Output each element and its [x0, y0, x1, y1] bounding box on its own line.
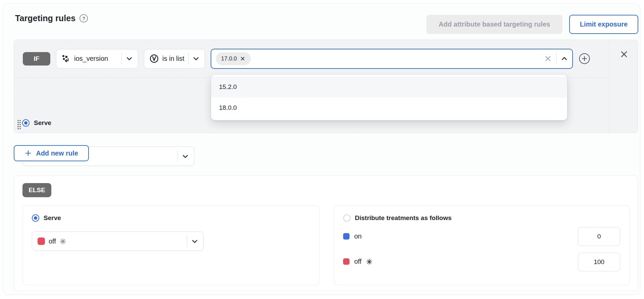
delete-rule-icon[interactable]: [619, 49, 629, 59]
chevron-down-icon[interactable]: [192, 55, 200, 62]
add-new-rule-button[interactable]: Add new rule: [14, 145, 89, 161]
select-divider: [177, 151, 178, 162]
serve-radio-row: Serve: [22, 119, 51, 127]
rule-condition-row: IF ios_version: [14, 40, 610, 78]
default-treatment-value: off: [49, 238, 56, 245]
attribute-select-value: ios_version: [74, 55, 118, 62]
default-rule-card: ELSE Serve off: [14, 175, 638, 291]
plus-icon: [24, 150, 32, 157]
version-matcher-icon: [150, 54, 159, 63]
distribute-off-label: off: [354, 258, 362, 265]
default-serve-radio-row: Serve: [32, 214, 61, 222]
add-attribute-rules-button[interactable]: Add attribute based targeting rules: [426, 15, 562, 34]
chevron-up-icon[interactable]: [560, 55, 568, 62]
percent-input-on[interactable]: [578, 227, 620, 246]
percent-input-off[interactable]: [578, 253, 620, 271]
distribute-radio-row: Distribute treatments as follows: [343, 214, 451, 222]
values-multiselect-input[interactable]: 17.0.0: [211, 49, 573, 69]
select-divider: [188, 53, 189, 65]
page-title: Targeting rules: [15, 13, 75, 23]
page-title-row: Targeting rules ?: [15, 13, 88, 23]
distribute-label: Distribute treatments as follows: [355, 214, 451, 222]
default-treatment-select[interactable]: off: [32, 231, 204, 251]
default-serve-radio[interactable]: [32, 214, 39, 222]
dropdown-option[interactable]: 15.2.0: [211, 77, 567, 97]
select-divider: [121, 53, 122, 65]
chevron-down-icon[interactable]: [181, 153, 189, 160]
add-condition-icon[interactable]: [579, 53, 590, 65]
targeting-rules-page: Targeting rules ? Add attribute based ta…: [0, 0, 644, 299]
distribute-radio[interactable]: [343, 214, 351, 222]
default-serve-panel: Serve off: [22, 205, 320, 285]
value-chip-label: 17.0.0: [221, 55, 237, 62]
matcher-select-value: is in list: [162, 55, 184, 62]
select-divider: [187, 236, 187, 247]
attribute-icon: [62, 54, 70, 63]
treatment-off-swatch: [343, 258, 350, 265]
dropdown-option[interactable]: 18.0.0: [211, 97, 567, 118]
distribute-on-label: on: [354, 232, 362, 240]
chip-remove-icon[interactable]: [240, 56, 246, 61]
select-divider: [556, 53, 556, 65]
else-badge: ELSE: [22, 183, 51, 197]
drag-handle-icon[interactable]: [17, 119, 21, 130]
default-treatment-asterisk-icon: [366, 259, 372, 265]
targeting-rules-panel: Targeting rules ? Add attribute based ta…: [3, 3, 640, 295]
help-icon[interactable]: ?: [79, 14, 88, 23]
default-treatment-asterisk-icon: [60, 238, 66, 245]
clear-values-icon[interactable]: [544, 54, 552, 63]
default-serve-label: Serve: [44, 214, 61, 222]
matcher-select[interactable]: is in list: [144, 49, 205, 69]
attribute-select[interactable]: ios_version: [56, 49, 138, 69]
distribute-row-on: on: [343, 232, 362, 240]
values-dropdown-menu: 15.2.0 18.0.0: [211, 75, 567, 120]
if-badge: IF: [23, 52, 50, 66]
distribute-row-off: off: [343, 258, 372, 265]
treatment-off-swatch: [38, 238, 45, 245]
treatment-on-swatch: [343, 233, 350, 240]
limit-exposure-button[interactable]: Limit exposure: [569, 15, 638, 34]
rule-close-column: [609, 40, 638, 133]
value-chip: 17.0.0: [216, 52, 251, 65]
distribute-treatments-panel: Distribute treatments as follows on off: [334, 205, 630, 285]
serve-radio-label: Serve: [34, 119, 51, 127]
serve-radio[interactable]: [22, 119, 30, 127]
add-new-rule-label: Add new rule: [36, 150, 78, 157]
chevron-down-icon[interactable]: [191, 238, 199, 245]
chevron-down-icon[interactable]: [125, 55, 133, 62]
